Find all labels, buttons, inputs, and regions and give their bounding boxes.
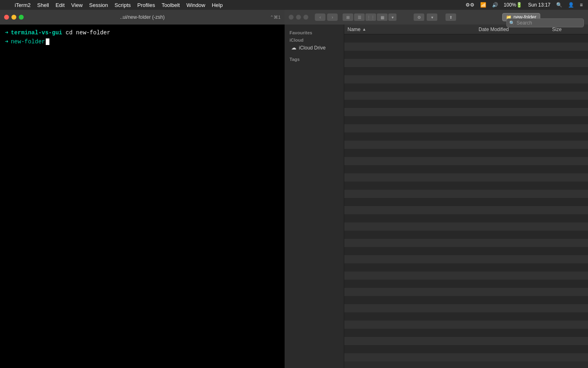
prompt-arrow-2: ➜ (5, 38, 8, 46)
icloud-icon: ☁ (291, 45, 296, 51)
finder-body: Favourites iCloud ☁ iCloud Drive Tags Na… (285, 25, 588, 368)
menubar-clock: Sun 13:17 (526, 0, 552, 10)
finder-panel: ‹ › ⊞ ☰ ⋮⋮ ▦ ▾ ⚙ ▾ ⬆ 📁 new-folder (285, 10, 588, 368)
cmd-highlight-1: terminal-vs-gui (11, 29, 62, 36)
sort-arrow-icon: ▲ (362, 27, 366, 31)
sidebar-item-icloud-drive[interactable]: ☁ iCloud Drive (286, 43, 342, 52)
terminal-cursor (46, 38, 49, 45)
terminal-titlebar: ..ui/new-folder (-zsh) ⌃⌘1 (0, 10, 285, 25)
file-row (344, 83, 588, 92)
finder-sidebar: Favourites iCloud ☁ iCloud Drive Tags (285, 25, 344, 368)
finder-view-buttons: ⊞ ☰ ⋮⋮ ▦ ▾ (343, 13, 396, 21)
file-row (344, 239, 588, 247)
file-row (344, 51, 588, 59)
cmd-rest-1: cd new-folder (62, 29, 110, 36)
menubar-iterm2[interactable]: iTerm2 (11, 0, 34, 10)
menubar-view[interactable]: View (68, 0, 86, 10)
traffic-lights (4, 15, 24, 20)
menubar-control-strip[interactable]: ≡ (578, 0, 585, 10)
menubar-battery[interactable]: 100%🔋 (502, 0, 525, 10)
menubar-right-items: ⚙⚙ 📶 🔊 100%🔋 Sun 13:17 🔍 👤 ≡ (463, 0, 585, 10)
terminal-title: ..ui/new-folder (-zsh) (120, 14, 165, 20)
view-column-button[interactable]: ⋮⋮ (365, 13, 376, 21)
view-gallery-button[interactable]: ▦ (377, 13, 388, 21)
file-row (344, 34, 588, 43)
file-row (344, 222, 588, 231)
terminal-panel: ..ui/new-folder (-zsh) ⌃⌘1 ➜ terminal-vs… (0, 10, 285, 368)
file-row (344, 337, 588, 345)
menubar-help[interactable]: Help (209, 0, 226, 10)
file-row (344, 288, 588, 296)
terminal-content[interactable]: ➜ terminal-vs-gui cd new-folder ➜ new-fo… (0, 25, 285, 368)
terminal-line-2: ➜ new-folder (5, 38, 280, 46)
file-row (344, 141, 588, 149)
menubar-control-center[interactable]: ⚙⚙ (463, 0, 477, 10)
view-dropdown-button[interactable]: ▾ (388, 13, 396, 21)
menubar: iTerm2 Shell Edit View Session Scripts P… (0, 0, 588, 10)
file-row (344, 345, 588, 353)
file-row (344, 190, 588, 198)
file-row (344, 157, 588, 165)
settings-button[interactable]: ⚙ (414, 13, 424, 21)
search-icon: 🔍 (509, 20, 515, 26)
menubar-spotlight[interactable]: 🔍 (554, 0, 564, 10)
menubar-user[interactable]: 👤 (566, 0, 576, 10)
file-row (344, 231, 588, 239)
file-row (344, 296, 588, 304)
menubar-profiles[interactable]: Profiles (134, 0, 158, 10)
finder-back-button[interactable]: ‹ (315, 13, 325, 21)
sidebar-icloud-drive-label: iCloud Drive (299, 45, 325, 51)
sidebar-section-tags: Tags (285, 55, 344, 63)
file-row (344, 100, 588, 108)
main-layout: ..ui/new-folder (-zsh) ⌃⌘1 ➜ terminal-vs… (0, 10, 588, 368)
file-row (344, 124, 588, 132)
menubar-shell[interactable]: Shell (34, 0, 52, 10)
finder-filelist: Name ▲ Date Modified Size (344, 25, 588, 368)
menubar-scripts[interactable]: Scripts (111, 0, 134, 10)
file-row (344, 321, 588, 329)
apple-menu[interactable] (3, 0, 11, 10)
finder-minimize-button[interactable] (296, 15, 301, 20)
file-row (344, 43, 588, 51)
maximize-button[interactable] (19, 15, 24, 20)
finder-close-button[interactable] (289, 15, 294, 20)
file-row (344, 149, 588, 157)
file-row (344, 255, 588, 263)
terminal-shortcut: ⌃⌘1 (270, 15, 281, 20)
menubar-edit[interactable]: Edit (52, 0, 68, 10)
col-name[interactable]: Name ▲ (347, 27, 479, 32)
file-row (344, 59, 588, 67)
file-row (344, 280, 588, 288)
close-button[interactable] (4, 15, 9, 20)
file-row (344, 263, 588, 272)
file-row (344, 165, 588, 173)
file-row (344, 108, 588, 116)
finder-maximize-button[interactable] (303, 15, 308, 20)
menubar-volume[interactable]: 🔊 (490, 0, 500, 10)
file-row (344, 182, 588, 190)
file-row (344, 329, 588, 337)
settings-arrow-button[interactable]: ▾ (427, 13, 437, 21)
finder-forward-button[interactable]: › (327, 13, 338, 21)
file-row (344, 304, 588, 312)
view-list-button[interactable]: ☰ (354, 13, 365, 21)
minimize-button[interactable] (11, 15, 16, 20)
share-button[interactable]: ⬆ (445, 13, 456, 21)
menubar-session[interactable]: Session (86, 0, 111, 10)
finder-search-container: 🔍 Search (506, 15, 584, 31)
finder-traffic-lights (289, 15, 308, 20)
menubar-wifi[interactable]: 📶 (478, 0, 488, 10)
finder-nav-buttons: ‹ › (315, 13, 338, 21)
file-row (344, 353, 588, 361)
file-row (344, 206, 588, 214)
view-icon-button[interactable]: ⊞ (343, 13, 353, 21)
finder-search-bar[interactable]: 🔍 Search (506, 18, 584, 27)
menubar-window[interactable]: Window (183, 0, 208, 10)
file-row (344, 75, 588, 83)
file-row (344, 272, 588, 280)
file-row (344, 312, 588, 321)
file-row (344, 132, 588, 141)
menubar-toolbelt[interactable]: Toolbelt (158, 0, 183, 10)
file-row (344, 198, 588, 206)
sidebar-section-favourites: Favourites (285, 29, 344, 36)
